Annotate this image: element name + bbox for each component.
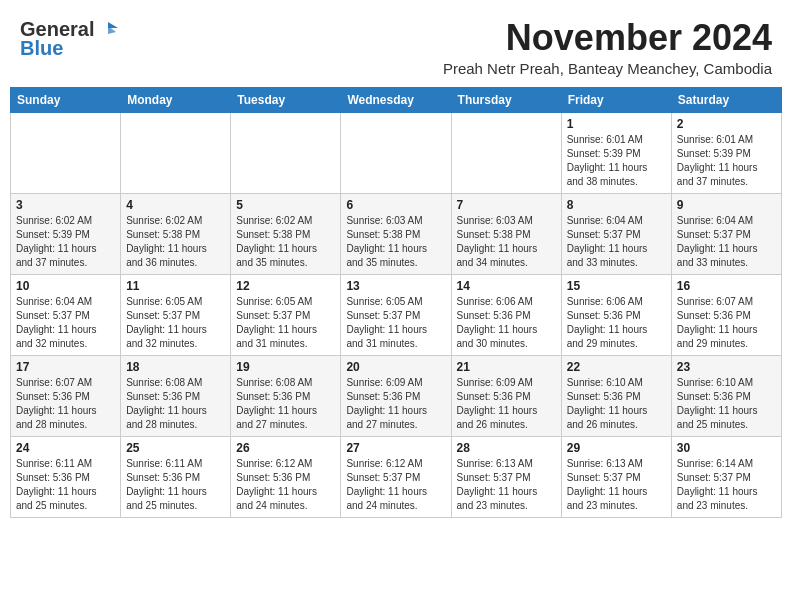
calendar-cell [231,112,341,193]
calendar-cell: 10Sunrise: 6:04 AMSunset: 5:37 PMDayligh… [11,274,121,355]
calendar-cell: 14Sunrise: 6:06 AMSunset: 5:36 PMDayligh… [451,274,561,355]
day-info: Sunrise: 6:10 AMSunset: 5:36 PMDaylight:… [567,376,666,432]
calendar-cell: 24Sunrise: 6:11 AMSunset: 5:36 PMDayligh… [11,436,121,517]
day-info: Sunrise: 6:07 AMSunset: 5:36 PMDaylight:… [16,376,115,432]
logo-text-blue: Blue [20,38,63,58]
day-number: 4 [126,198,225,212]
day-number: 29 [567,441,666,455]
svg-marker-0 [108,22,118,28]
day-info: Sunrise: 6:10 AMSunset: 5:36 PMDaylight:… [677,376,776,432]
day-number: 18 [126,360,225,374]
day-number: 26 [236,441,335,455]
day-number: 21 [457,360,556,374]
day-info: Sunrise: 6:06 AMSunset: 5:36 PMDaylight:… [457,295,556,351]
day-info: Sunrise: 6:09 AMSunset: 5:36 PMDaylight:… [346,376,445,432]
day-info: Sunrise: 6:05 AMSunset: 5:37 PMDaylight:… [236,295,335,351]
day-info: Sunrise: 6:11 AMSunset: 5:36 PMDaylight:… [126,457,225,513]
day-info: Sunrise: 6:14 AMSunset: 5:37 PMDaylight:… [677,457,776,513]
day-info: Sunrise: 6:13 AMSunset: 5:37 PMDaylight:… [567,457,666,513]
day-number: 20 [346,360,445,374]
day-number: 11 [126,279,225,293]
day-number: 7 [457,198,556,212]
weekday-header-friday: Friday [561,87,671,112]
day-number: 8 [567,198,666,212]
calendar-cell: 5Sunrise: 6:02 AMSunset: 5:38 PMDaylight… [231,193,341,274]
weekday-header-saturday: Saturday [671,87,781,112]
day-info: Sunrise: 6:11 AMSunset: 5:36 PMDaylight:… [16,457,115,513]
calendar-cell: 23Sunrise: 6:10 AMSunset: 5:36 PMDayligh… [671,355,781,436]
day-info: Sunrise: 6:13 AMSunset: 5:37 PMDaylight:… [457,457,556,513]
day-info: Sunrise: 6:08 AMSunset: 5:36 PMDaylight:… [126,376,225,432]
day-number: 24 [16,441,115,455]
day-number: 14 [457,279,556,293]
weekday-header-thursday: Thursday [451,87,561,112]
logo: General Blue [20,18,118,58]
day-info: Sunrise: 6:02 AMSunset: 5:38 PMDaylight:… [236,214,335,270]
day-number: 3 [16,198,115,212]
calendar-cell: 18Sunrise: 6:08 AMSunset: 5:36 PMDayligh… [121,355,231,436]
calendar-cell: 21Sunrise: 6:09 AMSunset: 5:36 PMDayligh… [451,355,561,436]
day-number: 16 [677,279,776,293]
day-number: 19 [236,360,335,374]
day-number: 22 [567,360,666,374]
calendar-cell: 26Sunrise: 6:12 AMSunset: 5:36 PMDayligh… [231,436,341,517]
day-info: Sunrise: 6:08 AMSunset: 5:36 PMDaylight:… [236,376,335,432]
calendar-cell: 16Sunrise: 6:07 AMSunset: 5:36 PMDayligh… [671,274,781,355]
logo-bird-icon [96,18,118,40]
calendar-cell: 15Sunrise: 6:06 AMSunset: 5:36 PMDayligh… [561,274,671,355]
day-number: 12 [236,279,335,293]
calendar-week-row: 17Sunrise: 6:07 AMSunset: 5:36 PMDayligh… [11,355,782,436]
day-number: 10 [16,279,115,293]
calendar-cell: 29Sunrise: 6:13 AMSunset: 5:37 PMDayligh… [561,436,671,517]
calendar-week-row: 10Sunrise: 6:04 AMSunset: 5:37 PMDayligh… [11,274,782,355]
calendar-cell: 25Sunrise: 6:11 AMSunset: 5:36 PMDayligh… [121,436,231,517]
day-number: 6 [346,198,445,212]
day-info: Sunrise: 6:04 AMSunset: 5:37 PMDaylight:… [16,295,115,351]
calendar-cell: 12Sunrise: 6:05 AMSunset: 5:37 PMDayligh… [231,274,341,355]
calendar-cell: 30Sunrise: 6:14 AMSunset: 5:37 PMDayligh… [671,436,781,517]
day-number: 9 [677,198,776,212]
day-number: 28 [457,441,556,455]
day-number: 5 [236,198,335,212]
calendar-table: SundayMondayTuesdayWednesdayThursdayFrid… [10,87,782,518]
calendar-cell: 28Sunrise: 6:13 AMSunset: 5:37 PMDayligh… [451,436,561,517]
calendar-cell: 1Sunrise: 6:01 AMSunset: 5:39 PMDaylight… [561,112,671,193]
day-number: 27 [346,441,445,455]
day-number: 2 [677,117,776,131]
day-number: 17 [16,360,115,374]
calendar-cell: 11Sunrise: 6:05 AMSunset: 5:37 PMDayligh… [121,274,231,355]
month-title: November 2024 [443,18,772,58]
day-number: 23 [677,360,776,374]
calendar-cell: 17Sunrise: 6:07 AMSunset: 5:36 PMDayligh… [11,355,121,436]
calendar-cell [121,112,231,193]
day-info: Sunrise: 6:04 AMSunset: 5:37 PMDaylight:… [677,214,776,270]
day-info: Sunrise: 6:04 AMSunset: 5:37 PMDaylight:… [567,214,666,270]
day-info: Sunrise: 6:09 AMSunset: 5:36 PMDaylight:… [457,376,556,432]
day-info: Sunrise: 6:03 AMSunset: 5:38 PMDaylight:… [346,214,445,270]
calendar-cell: 4Sunrise: 6:02 AMSunset: 5:38 PMDaylight… [121,193,231,274]
calendar-cell: 22Sunrise: 6:10 AMSunset: 5:36 PMDayligh… [561,355,671,436]
subtitle: Preah Netr Preah, Banteay Meanchey, Camb… [443,60,772,77]
day-info: Sunrise: 6:07 AMSunset: 5:36 PMDaylight:… [677,295,776,351]
calendar-week-row: 1Sunrise: 6:01 AMSunset: 5:39 PMDaylight… [11,112,782,193]
day-info: Sunrise: 6:12 AMSunset: 5:37 PMDaylight:… [346,457,445,513]
calendar-cell [341,112,451,193]
day-number: 25 [126,441,225,455]
calendar-header-row: SundayMondayTuesdayWednesdayThursdayFrid… [11,87,782,112]
day-number: 15 [567,279,666,293]
day-info: Sunrise: 6:02 AMSunset: 5:39 PMDaylight:… [16,214,115,270]
calendar-cell: 19Sunrise: 6:08 AMSunset: 5:36 PMDayligh… [231,355,341,436]
calendar-cell: 3Sunrise: 6:02 AMSunset: 5:39 PMDaylight… [11,193,121,274]
calendar-cell [11,112,121,193]
weekday-header-wednesday: Wednesday [341,87,451,112]
day-number: 13 [346,279,445,293]
calendar-week-row: 3Sunrise: 6:02 AMSunset: 5:39 PMDaylight… [11,193,782,274]
day-info: Sunrise: 6:06 AMSunset: 5:36 PMDaylight:… [567,295,666,351]
day-info: Sunrise: 6:12 AMSunset: 5:36 PMDaylight:… [236,457,335,513]
weekday-header-tuesday: Tuesday [231,87,341,112]
day-info: Sunrise: 6:02 AMSunset: 5:38 PMDaylight:… [126,214,225,270]
calendar-cell: 27Sunrise: 6:12 AMSunset: 5:37 PMDayligh… [341,436,451,517]
calendar-cell: 2Sunrise: 6:01 AMSunset: 5:39 PMDaylight… [671,112,781,193]
day-info: Sunrise: 6:01 AMSunset: 5:39 PMDaylight:… [567,133,666,189]
page-header: General Blue November 2024 Preah Netr Pr… [10,10,782,81]
